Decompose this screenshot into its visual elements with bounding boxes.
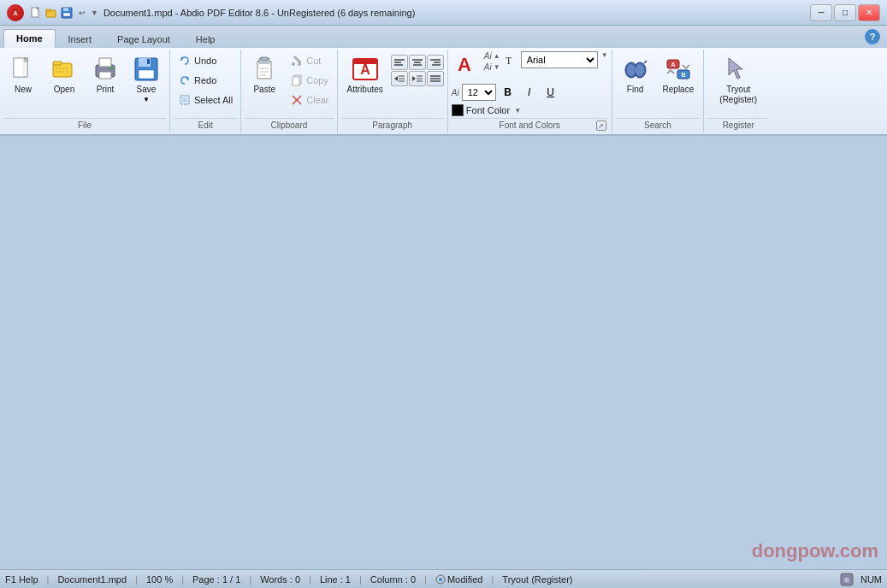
tryout-status-label: Tryout (Register) [502, 574, 572, 585]
svg-text:A: A [360, 62, 370, 77]
svg-marker-54 [394, 76, 398, 81]
font-shrink-row: Ai ▼ [484, 62, 500, 72]
svg-text:A: A [458, 54, 471, 75]
tryout-icon [724, 56, 752, 83]
tab-insert[interactable]: Insert [56, 29, 105, 48]
clear-button[interactable]: Clear [286, 91, 333, 109]
minimize-button[interactable]: ─ [810, 4, 832, 21]
font-color-dropdown[interactable]: ▼ [514, 107, 521, 115]
maximize-button[interactable]: □ [834, 4, 856, 21]
save-dropdown-arrow[interactable]: ▼ [143, 96, 150, 103]
ribbon-group-register: Tryout(Register) Register [704, 50, 772, 132]
undo-label: Undo [194, 56, 216, 66]
svg-rect-17 [99, 58, 111, 67]
status-icon-1: ⊞ [840, 573, 854, 586]
svg-rect-27 [182, 97, 187, 103]
clipboard-group-label: Clipboard [245, 118, 333, 131]
words-label: Words : 0 [260, 574, 300, 585]
help-label: F1 Help [5, 574, 38, 585]
new-button[interactable]: New [3, 51, 43, 99]
font-dropdown-arrow[interactable]: ▼ [601, 51, 608, 59]
find-label: Find [627, 85, 643, 95]
svg-rect-30 [261, 57, 268, 61]
clipboard-group-content: Paste Cut [245, 51, 333, 116]
title-bar-left: A [7, 4, 415, 21]
font-t-icon: T [504, 53, 517, 68]
edit-group-label: Edit [174, 118, 237, 131]
svg-rect-22 [139, 70, 154, 79]
indent-decrease-button[interactable] [391, 71, 408, 86]
svg-rect-39 [293, 77, 299, 85]
underline-button[interactable]: U [541, 83, 560, 102]
align-left-button[interactable] [391, 55, 408, 70]
font-shrink-icon[interactable]: ▼ [494, 63, 500, 71]
svg-text:⊞: ⊞ [844, 577, 849, 583]
quick-save-button[interactable] [60, 6, 74, 20]
replace-button[interactable]: A B Replace [657, 51, 701, 99]
font-colors-expand-icon[interactable]: ↗ [596, 121, 606, 131]
ribbon-group-font-colors: A Ai ▲ Ai ▼ [448, 50, 612, 132]
zoom-label: 100 % [146, 574, 173, 585]
title-text: Document1.mpd - Abdio PDF Editor 8.6 - U… [103, 8, 415, 18]
edit-group-content: Undo Redo [174, 51, 237, 116]
paste-icon [251, 56, 278, 83]
ribbon-group-paragraph: A Attributes [338, 50, 448, 132]
font-colors-label-text: Font and Colors [500, 121, 560, 130]
register-sub-label: (Register) [719, 95, 757, 104]
page-label: Page : 1 / 1 [192, 574, 240, 585]
ribbon-group-clipboard: Paste Cut [241, 50, 337, 132]
close-button[interactable]: ✕ [858, 4, 880, 21]
font-label: Ai [452, 88, 459, 97]
tab-home[interactable]: Home [3, 29, 56, 48]
font-name-row: Ai ▲ [484, 51, 500, 61]
font-family-select[interactable]: Arial Times New Roman Courier New [521, 51, 598, 68]
undo-button[interactable]: Undo [174, 51, 237, 70]
ribbon-help-area: ? [861, 26, 884, 48]
line-label: Line : 1 [320, 574, 351, 585]
undo-icon [178, 54, 192, 68]
quick-open-button[interactable] [44, 6, 58, 20]
paste-label: Paste [253, 85, 275, 95]
svg-rect-44 [353, 59, 377, 64]
attributes-button[interactable]: A Attributes [341, 51, 389, 99]
help-icon-button[interactable]: ? [865, 29, 880, 44]
svg-text:T: T [506, 55, 512, 67]
font-large-button[interactable]: A [452, 51, 481, 79]
save-button-wrap: Save ▼ [127, 51, 166, 103]
bold-button[interactable]: B [499, 83, 517, 102]
find-button[interactable]: Find [616, 51, 655, 99]
status-right: ⊞ NUM [840, 573, 882, 586]
cut-label: Cut [306, 56, 321, 66]
copy-button[interactable]: Copy [286, 71, 333, 90]
quick-undo-button[interactable]: ↩ [75, 6, 89, 20]
tab-page-layout[interactable]: Page Layout [104, 29, 183, 48]
quick-new-button[interactable] [29, 6, 43, 20]
font-ai-label: Ai [484, 51, 492, 61]
justify-button[interactable] [427, 71, 444, 86]
print-button[interactable]: Print [86, 51, 125, 99]
new-label: New [15, 85, 32, 95]
save-button[interactable]: Save [127, 51, 166, 96]
attributes-label: Attributes [347, 85, 383, 95]
select-all-button[interactable]: Select All [174, 91, 237, 109]
redo-label: Redo [194, 75, 216, 85]
quick-toolbar-dropdown[interactable]: ▼ [91, 9, 98, 17]
tryout-button[interactable]: Tryout(Register) [713, 51, 763, 109]
window-controls: ─ □ ✕ [810, 4, 880, 21]
edit-small-group: Undo Redo [174, 51, 237, 109]
indent-increase-button[interactable] [409, 71, 426, 86]
align-right-button[interactable] [427, 55, 444, 70]
svg-rect-8 [63, 13, 70, 16]
font-size-select[interactable]: 12 8 10 14 16 18 24 [462, 84, 496, 101]
font-grow-icon[interactable]: ▲ [494, 52, 500, 60]
tab-help[interactable]: Help [183, 29, 228, 48]
svg-rect-28 [257, 62, 271, 79]
italic-button[interactable]: I [520, 83, 539, 102]
redo-button[interactable]: Redo [174, 71, 237, 90]
paste-button[interactable]: Paste [245, 51, 284, 99]
align-center-button[interactable] [409, 55, 426, 70]
svg-point-19 [109, 67, 113, 70]
save-icon [133, 56, 160, 83]
cut-button[interactable]: Cut [286, 51, 333, 70]
open-button[interactable]: Open [44, 51, 84, 99]
